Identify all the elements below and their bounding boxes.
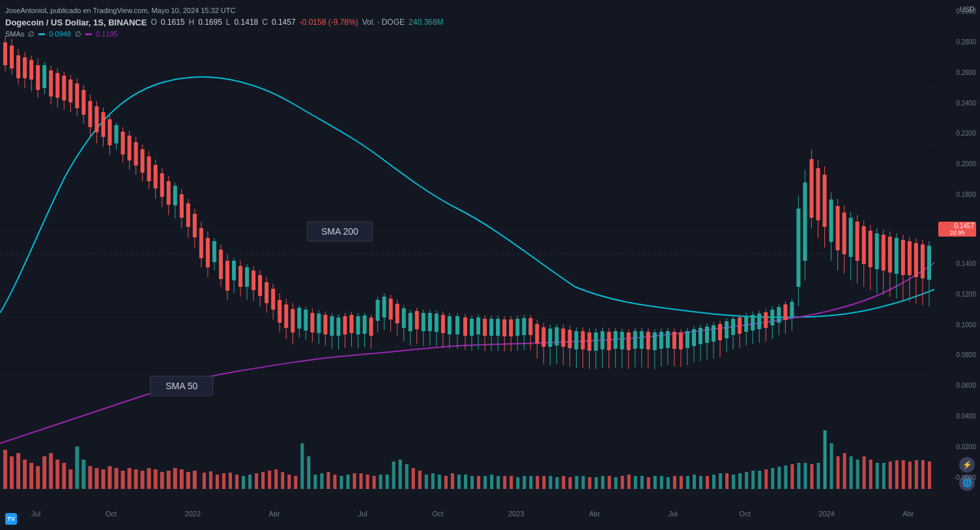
svg-rect-212 [167,181,171,205]
svg-rect-252 [297,308,301,329]
svg-rect-160 [928,462,931,489]
svg-rect-125 [699,476,702,489]
change-value: -0.0158 (-9.78%) [300,16,358,28]
svg-rect-29 [68,469,72,489]
y-label-0100: 0.1000 [938,321,976,329]
svg-rect-324 [535,324,539,344]
svg-rect-304 [470,319,474,336]
svg-rect-262 [330,316,334,336]
svg-rect-306 [476,317,480,334]
svg-rect-23 [29,463,33,489]
svg-rect-280 [389,299,393,319]
svg-rect-292 [428,313,432,331]
svg-rect-392 [757,314,761,329]
svg-rect-302 [463,317,467,336]
svg-rect-153 [882,463,886,489]
svg-rect-133 [751,471,755,489]
svg-rect-26 [49,453,53,489]
svg-rect-196 [114,125,118,143]
svg-rect-87 [451,473,454,489]
svg-rect-116 [641,476,644,489]
svg-rect-434 [895,238,899,274]
svg-rect-190 [94,106,98,132]
close-value: 0.1457 [272,16,296,28]
svg-rect-98 [523,476,526,489]
svg-rect-266 [343,316,347,334]
c-label: C [262,16,268,28]
svg-rect-103 [555,477,558,489]
svg-rect-206 [147,156,151,181]
svg-rect-69 [333,475,336,489]
svg-rect-50 [209,471,212,489]
svg-rect-78 [392,462,396,489]
svg-rect-99 [529,476,532,489]
svg-rect-328 [548,329,552,347]
svg-rect-141 [803,463,807,489]
svg-rect-402 [790,302,794,317]
svg-rect-240 [258,275,262,296]
svg-rect-47 [186,472,190,489]
svg-rect-32 [88,466,92,489]
svg-text:Jul: Jul [669,510,678,518]
svg-rect-30 [75,447,79,489]
sma1-indicator: ∅ [28,29,35,40]
svg-rect-248 [284,304,288,328]
svg-rect-107 [581,476,584,489]
y-axis: 0.3000 0.2800 0.2600 0.2400 0.2200 0.200… [934,0,980,489]
svg-rect-340 [588,332,592,351]
svg-rect-118 [654,476,657,489]
y-label-0020: 0.0200 [938,443,976,450]
svg-rect-390 [751,315,755,331]
svg-rect-276 [376,300,380,321]
svg-rect-350 [620,332,624,349]
svg-rect-420 [849,218,853,257]
svg-rect-38 [128,468,132,489]
svg-rect-154 [889,462,892,489]
svg-rect-82 [418,471,422,489]
svg-rect-184 [75,83,79,108]
chart-header: JoseAntonioL publicado en TradingView.co… [5,5,443,40]
svg-rect-342 [594,332,598,351]
svg-rect-164 [10,46,14,68]
svg-rect-31 [81,460,85,489]
svg-rect-222 [199,228,203,258]
svg-rect-111 [608,476,611,489]
svg-rect-220 [193,214,197,237]
svg-rect-25 [42,456,46,489]
svg-rect-162 [3,42,7,65]
svg-rect-274 [369,317,373,336]
svg-rect-124 [693,475,696,489]
svg-rect-264 [336,317,340,336]
y-label-0220: 0.2200 [938,130,976,137]
svg-rect-59 [268,471,271,489]
svg-rect-384 [731,319,735,335]
svg-rect-145 [830,443,833,489]
svg-rect-135 [764,469,768,489]
svg-rect-224 [206,238,210,267]
svg-rect-132 [745,472,748,489]
svg-rect-73 [360,473,363,489]
svg-rect-368 [679,332,683,349]
svg-text:Jul: Jul [358,510,368,518]
svg-rect-142 [810,464,813,489]
svg-rect-123 [686,476,689,489]
svg-rect-86 [444,476,448,489]
svg-rect-49 [203,473,206,489]
svg-rect-436 [901,240,905,275]
svg-rect-97 [516,477,519,489]
svg-rect-366 [672,332,676,349]
svg-rect-360 [653,332,657,350]
svg-rect-268 [349,315,353,333]
svg-rect-106 [575,476,578,489]
svg-rect-108 [588,477,592,489]
svg-rect-376 [705,327,709,343]
svg-rect-242 [265,282,268,303]
svg-rect-143 [816,463,820,489]
svg-rect-60 [274,469,278,489]
svg-rect-300 [455,316,459,334]
sma1-color-dot [38,33,45,35]
svg-rect-336 [574,331,578,349]
svg-rect-382 [725,321,728,338]
svg-rect-77 [386,475,389,489]
svg-rect-298 [448,316,452,334]
